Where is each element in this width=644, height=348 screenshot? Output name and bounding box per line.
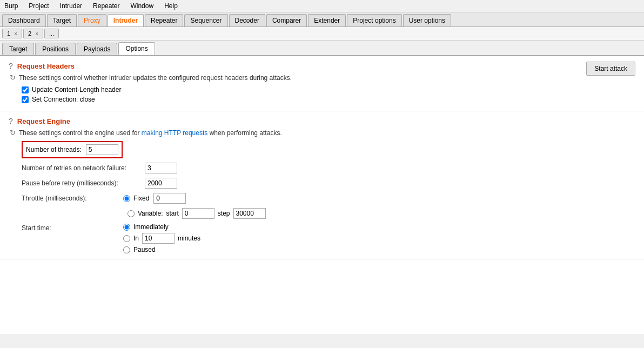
tab-target[interactable]: Target <box>47 14 77 26</box>
sub-tab-payloads[interactable]: Payloads <box>77 43 117 55</box>
making-http-requests-link[interactable]: making HTTP requests <box>142 129 208 137</box>
start-in-minutes-label: minutes <box>178 235 200 242</box>
tab-project-options[interactable]: Project options <box>347 14 401 26</box>
start-paused-radio[interactable] <box>123 246 130 253</box>
start-time-section: Start time: Immediately In minutes P <box>22 223 635 253</box>
session-tab-bar: 1 × 2 × ... <box>0 27 644 41</box>
retries-row: Number of retries on network failure: <box>22 163 635 173</box>
pause-retry-row: Pause before retry (milliseconds): <box>22 178 635 189</box>
tab-extender[interactable]: Extender <box>308 14 346 26</box>
tab-repeater[interactable]: Repeater <box>145 14 183 26</box>
update-content-length-label: Update Content-Length header <box>32 86 121 93</box>
update-content-length-checkbox[interactable] <box>22 86 29 93</box>
request-engine-description: These settings control the engine used f… <box>19 129 282 137</box>
session-tab-2[interactable]: 2 × <box>23 29 43 38</box>
main-content: Start attack ? Request Headers ↻ These s… <box>0 56 644 334</box>
close-session-2-icon[interactable]: × <box>35 31 38 37</box>
throttle-start-input[interactable] <box>182 208 214 219</box>
session-tab-1[interactable]: 1 × <box>2 29 22 38</box>
request-headers-desc: ↻ These settings control whether Intrude… <box>10 73 635 82</box>
menu-bar: Burp Project Intruder Repeater Window He… <box>0 0 644 12</box>
request-engine-header: ? Request Engine <box>9 117 635 125</box>
close-session-1-icon[interactable]: × <box>14 31 17 37</box>
throttle-fixed-input[interactable] <box>153 193 186 204</box>
request-engine-title: Request Engine <box>17 117 70 125</box>
tab-proxy[interactable]: Proxy <box>78 14 106 26</box>
start-time-options: Immediately In minutes Paused <box>123 223 200 253</box>
checkbox-set-connection: Set Connection: close <box>22 96 635 103</box>
request-headers-description: These settings control whether Intruder … <box>19 74 292 82</box>
start-attack-button[interactable]: Start attack <box>586 62 635 76</box>
top-tab-bar: Dashboard Target Proxy Intruder Repeater… <box>0 12 644 27</box>
start-time-label: Start time: <box>22 223 119 232</box>
request-engine-section: ? Request Engine ↻ These settings contro… <box>0 111 644 259</box>
tab-user-options[interactable]: User options <box>403 14 451 26</box>
start-time-immediately: Immediately <box>123 223 200 231</box>
throttle-fixed-group: Fixed <box>123 195 149 202</box>
set-connection-label: Set Connection: close <box>32 96 95 103</box>
tab-dashboard[interactable]: Dashboard <box>2 14 46 26</box>
sub-tab-positions[interactable]: Positions <box>35 43 76 55</box>
checkbox-update-content-length: Update Content-Length header <box>22 86 635 93</box>
throttle-fixed-radio[interactable] <box>123 195 130 202</box>
throttle-fixed-label: Fixed <box>133 195 149 202</box>
tab-sequencer[interactable]: Sequencer <box>184 14 227 26</box>
pause-retry-input[interactable] <box>145 178 177 189</box>
request-headers-title: Request Headers <box>17 62 75 70</box>
start-time-in: In minutes <box>123 233 200 244</box>
threads-row-wrapper: Number of threads: <box>22 141 635 158</box>
help-icon-headers[interactable]: ? <box>9 62 13 70</box>
start-paused-label: Paused <box>133 246 156 253</box>
start-immediately-label: Immediately <box>133 223 169 231</box>
set-connection-checkbox[interactable] <box>22 96 29 103</box>
threads-label: Number of threads: <box>26 146 82 153</box>
menu-intruder[interactable]: Intruder <box>58 1 84 11</box>
help-icon-engine[interactable]: ? <box>9 117 13 125</box>
start-immediately-radio[interactable] <box>123 224 130 231</box>
menu-project[interactable]: Project <box>26 1 51 11</box>
threads-highlighted-box: Number of threads: <box>22 141 123 158</box>
session-tab-more[interactable]: ... <box>44 29 59 38</box>
request-headers-header: ? Request Headers <box>9 62 635 70</box>
retries-label: Number of retries on network failure: <box>22 164 140 172</box>
tab-intruder[interactable]: Intruder <box>108 14 144 26</box>
throttle-variable-label: Variable: <box>138 210 163 217</box>
start-in-label: In <box>133 235 139 242</box>
sub-tab-options[interactable]: Options <box>118 42 155 55</box>
start-in-radio[interactable] <box>123 235 130 242</box>
tab-comparer[interactable]: Comparer <box>266 14 307 26</box>
sub-tab-bar: Target Positions Payloads Options <box>0 41 644 56</box>
tab-decoder[interactable]: Decoder <box>229 14 265 26</box>
retries-input[interactable] <box>145 163 177 173</box>
menu-repeater[interactable]: Repeater <box>91 1 122 11</box>
start-time-row: Start time: Immediately In minutes P <box>22 223 635 253</box>
throttle-step-label: step <box>218 210 230 217</box>
start-time-paused: Paused <box>123 246 200 253</box>
throttle-start-label: start <box>166 210 178 217</box>
refresh-icon-engine[interactable]: ↻ <box>10 129 16 137</box>
sub-tab-target[interactable]: Target <box>2 43 34 55</box>
menu-burp[interactable]: Burp <box>2 1 20 11</box>
menu-help[interactable]: Help <box>162 1 180 11</box>
start-in-minutes-input[interactable] <box>142 233 175 244</box>
throttle-variable-row: Variable: start step <box>128 208 635 219</box>
throttle-row: Throttle (milliseconds): Fixed <box>22 193 635 204</box>
throttle-step-input[interactable] <box>233 208 266 219</box>
request-engine-desc: ↻ These settings control the engine used… <box>10 129 635 137</box>
threads-input[interactable] <box>86 144 118 155</box>
pause-retry-label: Pause before retry (milliseconds): <box>22 179 140 187</box>
menu-window[interactable]: Window <box>128 1 156 11</box>
request-headers-section: ? Request Headers ↻ These settings contr… <box>0 56 644 111</box>
throttle-variable-radio[interactable] <box>128 210 135 217</box>
refresh-icon-headers[interactable]: ↻ <box>10 73 16 82</box>
throttle-label: Throttle (milliseconds): <box>22 195 119 202</box>
